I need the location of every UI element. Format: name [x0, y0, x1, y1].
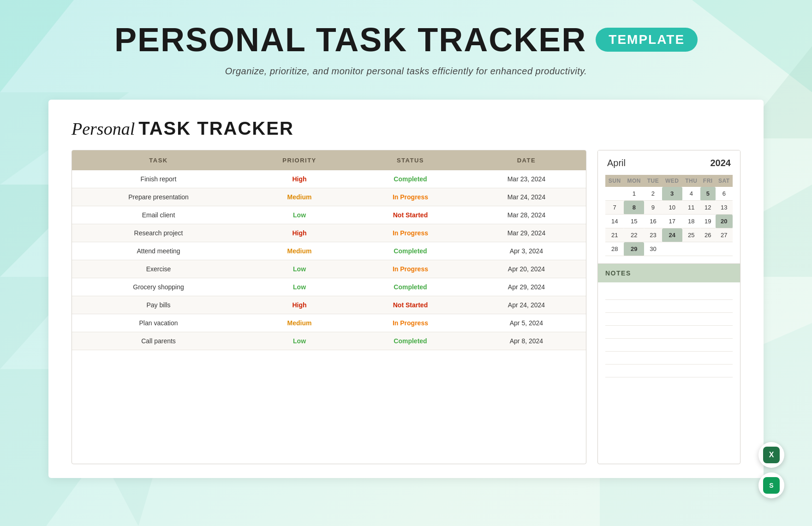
cal-day: 15: [624, 215, 644, 228]
task-date: Mar 24, 2024: [467, 188, 586, 206]
cal-day: 18: [682, 215, 700, 228]
cal-day: 27: [716, 228, 733, 242]
card-title: Personal TASK TRACKER: [72, 118, 740, 139]
sheets-icon-btn[interactable]: S: [758, 472, 784, 498]
cal-day: 10: [662, 201, 682, 215]
table-row: Pay bills High Not Started Apr 24, 2024: [72, 296, 586, 314]
col-date: DATE: [467, 150, 586, 170]
task-priority: Medium: [245, 188, 354, 206]
main-title: PERSONAL TASK TRACKER: [114, 21, 586, 59]
cal-day-header: Sun: [605, 175, 624, 187]
cal-day: 22: [624, 228, 644, 242]
cal-day: 29: [624, 242, 644, 256]
notes-section: NOTES: [598, 263, 740, 464]
task-date: Mar 23, 2024: [467, 170, 586, 188]
task-priority: Low: [245, 332, 354, 350]
calendar-days-header: SunMonTueWedThuFriSat: [605, 175, 733, 187]
cal-header-row: SunMonTueWedThuFriSat: [605, 175, 733, 187]
task-priority: Low: [245, 206, 354, 224]
task-status: Not Started: [354, 296, 467, 314]
cal-day: 8: [624, 201, 644, 215]
cal-week-row: 282930: [605, 242, 733, 256]
task-date: Apr 20, 2024: [467, 260, 586, 278]
cal-week-row: 21222324252627: [605, 228, 733, 242]
task-date: Mar 28, 2024: [467, 206, 586, 224]
cal-day: [682, 242, 700, 256]
task-table: TASK PRIORITY STATUS DATE Finish report …: [72, 150, 586, 350]
task-name: Exercise: [72, 260, 245, 278]
cal-day: 19: [700, 215, 716, 228]
table-row: Attend meeting Medium Completed Apr 3, 2…: [72, 242, 586, 260]
header-section: PERSONAL TASK TRACKER TEMPLATE Organize,…: [0, 0, 812, 90]
note-line: [605, 365, 733, 377]
excel-icon-btn[interactable]: X: [758, 442, 784, 468]
table-row: Prepare presentation Medium In Progress …: [72, 188, 586, 206]
task-date: Apr 29, 2024: [467, 278, 586, 296]
excel-label: X: [769, 451, 774, 459]
cal-day: [700, 242, 716, 256]
col-status: STATUS: [354, 150, 467, 170]
task-status: In Progress: [354, 314, 467, 332]
task-date: Apr 5, 2024: [467, 314, 586, 332]
card-title-italic: Personal: [72, 119, 135, 139]
table-body: Finish report High Completed Mar 23, 202…: [72, 170, 586, 350]
note-line: [605, 339, 733, 352]
task-priority: Medium: [245, 314, 354, 332]
task-name: Grocery shopping: [72, 278, 245, 296]
cal-day-header: Sat: [716, 175, 733, 187]
note-line: [605, 326, 733, 339]
cal-day: 3: [662, 187, 682, 201]
task-table-container: TASK PRIORITY STATUS DATE Finish report …: [72, 150, 586, 464]
cal-week-row: 14151617181920: [605, 215, 733, 228]
calendar-section: April 2024 SunMonTueWedThuFriSat 1234567…: [598, 150, 740, 263]
cal-day: [716, 242, 733, 256]
file-icons: X S: [758, 442, 784, 498]
task-priority: High: [245, 296, 354, 314]
task-date: Apr 8, 2024: [467, 332, 586, 350]
notes-header: NOTES: [598, 264, 740, 282]
task-priority: High: [245, 224, 354, 242]
task-name: Finish report: [72, 170, 245, 188]
notes-lines: [598, 282, 740, 382]
task-status: Completed: [354, 332, 467, 350]
cal-day: 21: [605, 228, 624, 242]
task-status: Completed: [354, 170, 467, 188]
task-name: Pay bills: [72, 296, 245, 314]
task-date: Apr 24, 2024: [467, 296, 586, 314]
cal-day: 16: [644, 215, 662, 228]
table-row: Call parents Low Completed Apr 8, 2024: [72, 332, 586, 350]
task-name: Research project: [72, 224, 245, 242]
main-content: TASK PRIORITY STATUS DATE Finish report …: [72, 150, 740, 464]
task-status: In Progress: [354, 260, 467, 278]
note-line: [605, 300, 733, 313]
col-task: TASK: [72, 150, 245, 170]
note-line: [605, 287, 733, 300]
cal-day: 7: [605, 201, 624, 215]
cal-day: 1: [624, 187, 644, 201]
cal-day-header: Thu: [682, 175, 700, 187]
header-row: TASK PRIORITY STATUS DATE: [72, 150, 586, 170]
right-panel: April 2024 SunMonTueWedThuFriSat 1234567…: [597, 150, 740, 464]
task-date: Mar 29, 2024: [467, 224, 586, 242]
task-priority: Low: [245, 278, 354, 296]
task-name: Prepare presentation: [72, 188, 245, 206]
subtitle: Organize, prioritize, and monitor person…: [0, 66, 812, 77]
cal-week-row: 123456: [605, 187, 733, 201]
task-date: Apr 3, 2024: [467, 242, 586, 260]
task-status: In Progress: [354, 224, 467, 242]
title-row: PERSONAL TASK TRACKER TEMPLATE: [0, 21, 812, 59]
col-priority: PRIORITY: [245, 150, 354, 170]
table-row: Exercise Low In Progress Apr 20, 2024: [72, 260, 586, 278]
cal-day: 9: [644, 201, 662, 215]
table-row: Finish report High Completed Mar 23, 202…: [72, 170, 586, 188]
cal-day: 14: [605, 215, 624, 228]
task-name: Attend meeting: [72, 242, 245, 260]
task-priority: High: [245, 170, 354, 188]
task-status: Completed: [354, 278, 467, 296]
cal-day-header: Tue: [644, 175, 662, 187]
table-row: Plan vacation Medium In Progress Apr 5, …: [72, 314, 586, 332]
cal-day: 4: [682, 187, 700, 201]
task-status: Completed: [354, 242, 467, 260]
cal-body: 1234567891011121314151617181920212223242…: [605, 187, 733, 256]
card-title-bold: TASK TRACKER: [138, 118, 294, 139]
